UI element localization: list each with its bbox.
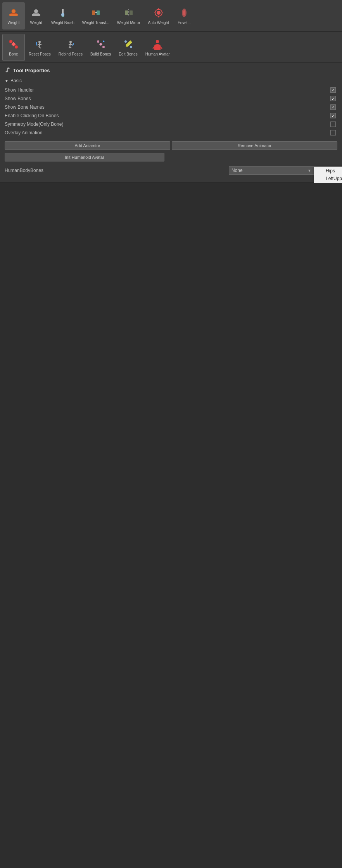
prop-row-overlay-animation: Overlay Animation [5,129,337,136]
tool-weight2-label: Weight [30,21,42,25]
prop-label-symmetry-mode: Symmetry Mode(Only Bone) [5,122,63,127]
svg-point-15 [157,11,161,15]
basic-section-label: Basic [10,78,22,83]
tool-human-avatar-label: Human Avatar [145,52,170,57]
svg-rect-10 [97,10,100,15]
svg-point-25 [69,41,72,43]
hbb-row: HumanBodyBones None ▼ HipsLeftUpperLegRi… [5,165,337,176]
tool-build-bones[interactable]: Build Bones [86,34,115,61]
checkbox-overlay-animation[interactable] [330,130,336,135]
dropdown-item-right-upper-leg[interactable]: RightUpperLeg [314,182,342,183]
svg-point-19 [15,45,18,49]
checkbox-symmetry-mode[interactable] [330,122,336,127]
svg-rect-11 [125,10,128,15]
add-animator-button[interactable]: Add Aniamtor [5,141,170,150]
weight-transfer-icon [90,7,102,19]
svg-line-38 [161,47,162,49]
tool-rebind-poses[interactable]: Rebind Poses [55,34,86,61]
tool-reset-poses-label: Reset Poses [29,52,51,57]
triangle-icon: ▼ [5,79,9,83]
svg-point-36 [156,40,159,43]
bone-icon [7,38,20,50]
tool-rebind-poses-label: Rebind Poses [59,52,83,57]
checkbox-show-bone-names[interactable] [330,104,336,110]
tool-human-avatar[interactable]: Human Avatar [142,34,174,61]
prop-label-overlay-animation: Overlay Animation [5,130,42,135]
svg-point-21 [38,41,41,43]
humanoid-button-row: Init Humanoid Avatar [5,153,337,161]
svg-point-0 [12,9,16,13]
hbb-value: None [231,168,243,173]
svg-rect-5 [32,14,40,16]
envel-icon [178,7,190,19]
hbb-label: HumanBodyBones [5,168,229,173]
tool-auto-weight-label: Auto Weight [148,21,169,25]
svg-line-24 [38,47,41,48]
tool-reset-poses[interactable]: Reset Poses [25,34,55,61]
basic-section-header: ▼ Basic [5,78,337,83]
svg-rect-12 [130,10,133,15]
checkbox-show-handler[interactable] [330,87,336,93]
top-toolbar: Weight Weight Weight Brush [0,0,342,32]
prop-label-enable-clicking: Enable Clicking On Bones [5,113,59,118]
auto-weight-icon [152,7,165,19]
prop-row-show-bone-names: Show Bone Names [5,104,337,111]
checkbox-show-bones[interactable] [330,96,336,101]
svg-point-17 [183,10,185,16]
tool-weight-mirror[interactable]: Weight Mirror [113,2,144,30]
prop-row-enable-clicking: Enable Clicking On Bones [5,112,337,119]
props-container: Show HandlerShow BonesShow Bone NamesEna… [5,87,337,136]
tool-weight-transfer[interactable]: Weight Transf... [78,2,113,30]
svg-point-18 [9,40,12,43]
init-humanoid-button[interactable]: Init Humanoid Avatar [5,153,164,161]
weight2-icon [30,7,42,19]
tool-bone-label: Bone [9,52,18,57]
weight-icon [7,7,20,19]
tool-bone[interactable]: Bone [2,34,25,61]
tool-weight-brush-label: Weight Brush [51,21,74,25]
tool-edit-bones[interactable]: Edit Bones [115,34,141,61]
svg-point-3 [34,9,38,13]
tool-weight-brush[interactable]: Weight Brush [47,2,78,30]
dropdown-arrow-icon: ▼ [307,168,311,173]
build-bones-icon [95,38,107,50]
tool-weight2[interactable]: Weight [25,2,47,30]
svg-line-37 [153,47,154,49]
svg-point-33 [124,40,127,43]
wrench-icon [5,67,11,74]
prop-label-show-handler: Show Handler [5,87,34,93]
divider-1 [5,138,337,138]
svg-rect-8 [62,16,64,17]
svg-rect-9 [92,10,95,15]
tool-properties-panel: Tool Properties ▼ Basic Show HandlerShow… [0,63,342,183]
weight-brush-icon [57,7,69,19]
reset-poses-icon [33,38,46,50]
svg-rect-32 [99,42,102,45]
tool-weight-label: Weight [8,21,20,25]
tool-auto-weight[interactable]: Auto Weight [144,2,173,30]
svg-point-34 [130,46,132,48]
svg-line-29 [70,47,71,48]
hbb-select[interactable]: None ▼ HipsLeftUpperLegRightUpperLegLeft… [229,166,314,175]
prop-label-show-bone-names: Show Bone Names [5,104,45,110]
svg-point-30 [97,40,99,43]
prop-row-symmetry-mode: Symmetry Mode(Only Bone) [5,121,337,128]
tool-properties-title: Tool Properties [13,68,50,73]
tool-weight[interactable]: Weight [2,2,25,30]
edit-bones-icon [122,38,135,50]
svg-point-31 [102,46,105,48]
tool-edit-bones-label: Edit Bones [119,52,137,57]
animator-buttons-row: Add Aniamtor Remove Animator [5,141,337,150]
tool-envel[interactable]: Envel... [173,2,195,30]
human-avatar-icon [151,38,164,50]
remove-animator-button[interactable]: Remove Animator [172,141,337,150]
dropdown-item-left-upper-leg[interactable]: LeftUpperLeg [314,175,342,182]
hbb-dropdown-list[interactable]: HipsLeftUpperLegRightUpperLegLeftLowerLe… [314,167,342,183]
checkbox-enable-clicking[interactable] [330,113,336,118]
tool-weight-mirror-label: Weight Mirror [117,21,140,25]
tool-weight-transfer-label: Weight Transf... [82,21,109,25]
tool-build-bones-label: Build Bones [90,52,111,57]
dropdown-item-hips[interactable]: Hips [314,167,342,175]
prop-row-show-bones: Show Bones [5,95,337,102]
tool-envel-label: Envel... [178,21,190,25]
